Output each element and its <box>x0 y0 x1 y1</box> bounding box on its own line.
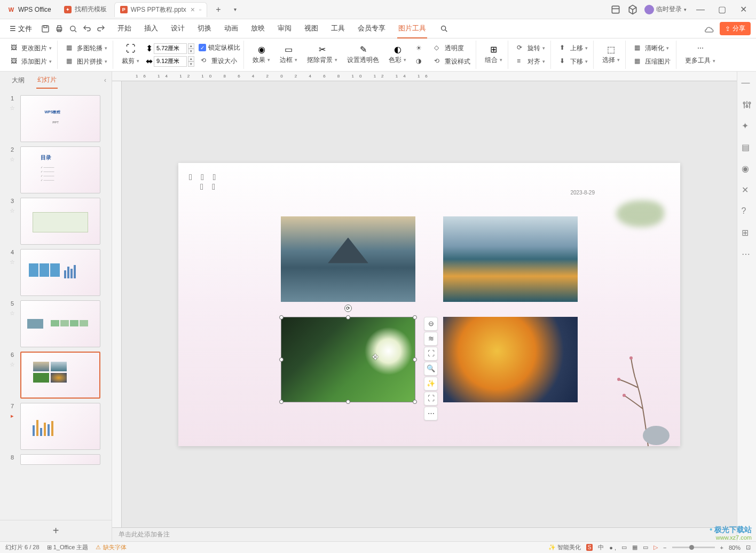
status-icon-1[interactable]: 中 <box>598 543 604 551</box>
view-sorter-icon[interactable]: ▦ <box>632 544 637 551</box>
search-icon[interactable] <box>438 19 451 38</box>
star-icon[interactable]: ☆ <box>10 259 15 266</box>
compress-button[interactable]: ▦压缩图片 <box>632 56 673 67</box>
picture-maple[interactable] <box>443 317 578 402</box>
group-button[interactable]: 组合▾ <box>483 54 505 66</box>
width-up[interactable]: ▴ <box>188 56 194 61</box>
zoom-out-button[interactable]: − <box>663 544 666 551</box>
resize-handle-s[interactable] <box>346 400 350 404</box>
collapse-panel-icon[interactable]: ‹ <box>104 76 106 84</box>
ime-icon[interactable]: S <box>586 544 593 551</box>
float-layers-button[interactable]: ≋ <box>424 332 438 346</box>
tab-design[interactable]: 设计 <box>170 19 186 38</box>
select-button[interactable]: 选择▾ <box>600 54 622 66</box>
tab-member[interactable]: 会员专享 <box>357 19 387 38</box>
maximize-button[interactable]: ▢ <box>714 2 729 17</box>
fit-button[interactable]: ⊡ <box>746 544 751 551</box>
theme-indicator[interactable]: ⊞ 1_Office 主题 <box>47 543 89 551</box>
minimize-button[interactable]: — <box>693 2 708 17</box>
slide-thumbnail-6[interactable] <box>20 352 100 399</box>
tab-slideshow[interactable]: 放映 <box>250 19 266 38</box>
missing-font-warning[interactable]: ⚠ 缺失字体 <box>96 543 126 551</box>
panel-icon[interactable] <box>610 4 621 15</box>
undo-icon[interactable] <box>82 24 92 34</box>
tab-dropdown[interactable]: ▾ <box>230 6 241 12</box>
slide-thumbnail-2[interactable]: 目录✓ ————✓ ————✓ ————✓ ———— <box>20 146 100 193</box>
effects-button[interactable]: 效果▾ <box>250 54 272 66</box>
view-reading-icon[interactable]: ▭ <box>643 544 648 551</box>
resize-handle-se[interactable] <box>413 400 417 404</box>
sidebar-settings-icon[interactable] <box>742 99 752 110</box>
star-icon[interactable]: ☆ <box>10 207 15 214</box>
float-more-button[interactable]: ⋯ <box>424 407 438 420</box>
slide-thumbnail-7[interactable] <box>20 403 100 450</box>
zoom-level[interactable]: 80% <box>729 544 741 551</box>
star-icon[interactable]: ☆ <box>10 310 15 317</box>
anim-icon[interactable]: ▸ <box>11 412 14 419</box>
zoom-slider[interactable] <box>672 547 715 548</box>
bring-forward-button[interactable]: ⬆上移▾ <box>557 43 590 54</box>
float-zoom-button[interactable]: 🔍 <box>424 362 438 376</box>
tab-menu-icon[interactable]: ▫ <box>199 6 201 13</box>
document-tab[interactable]: P WPS PPT教程.pptx × ▫ <box>114 2 207 17</box>
slide-thumbnail-8[interactable] <box>20 454 100 465</box>
status-icon-2[interactable]: ● , <box>609 544 616 551</box>
save-icon[interactable] <box>41 24 50 34</box>
canvas-scroll[interactable]: 𓅯 𓅮 𓅯 𓅮 𓅯 2023-8-29 ✥ ⟳ <box>122 81 737 527</box>
contrast-button[interactable]: ◑ <box>414 56 427 67</box>
float-rotate-button[interactable]: ⊖ <box>424 317 438 331</box>
tab-tools[interactable]: 工具 <box>330 19 346 38</box>
effects-icon[interactable]: ◉ <box>258 44 265 54</box>
color-button[interactable]: 色彩▾ <box>387 54 408 66</box>
resize-handle-ne[interactable] <box>413 315 417 320</box>
preview-icon[interactable] <box>68 24 78 34</box>
color-icon[interactable]: ◐ <box>394 44 401 54</box>
select-icon[interactable]: ⬚ <box>607 44 615 54</box>
tab-transition[interactable]: 切换 <box>196 19 212 38</box>
hd-button[interactable]: ▦清晰化▾ <box>632 43 673 54</box>
multi-outline-button[interactable]: ▦多图轮播▾ <box>64 43 109 54</box>
rotation-handle[interactable]: ⟳ <box>344 305 352 312</box>
height-field[interactable] <box>154 43 187 54</box>
print-icon[interactable] <box>54 24 64 34</box>
close-button[interactable]: ✕ <box>736 2 751 17</box>
user-login[interactable]: 临时登录 ▾ <box>644 5 687 14</box>
float-magic-button[interactable]: ✨ <box>424 377 438 391</box>
sidebar-more-icon[interactable]: ⋯ <box>742 249 752 260</box>
transparency-button[interactable]: ◇透明度 <box>432 43 472 54</box>
vertical-scrollbar[interactable] <box>730 87 736 511</box>
tab-view[interactable]: 视图 <box>303 19 319 38</box>
send-backward-button[interactable]: ⬇下移▾ <box>557 56 590 67</box>
resize-handle-nw[interactable] <box>279 315 284 320</box>
more-icon[interactable]: ⋯ <box>683 43 718 53</box>
width-field[interactable] <box>154 56 187 67</box>
brightness-button[interactable]: ☀ <box>414 43 427 54</box>
sidebar-collapse-icon[interactable]: — <box>742 78 752 89</box>
redo-icon[interactable] <box>96 24 106 34</box>
star-icon[interactable]: ☆ <box>10 105 15 112</box>
star-icon[interactable]: ☆ <box>10 361 15 368</box>
smart-beautify-button[interactable]: ✨ 智能美化 <box>548 543 581 551</box>
reset-size-button[interactable]: ⟲重设大小 <box>199 56 240 67</box>
outline-tab[interactable]: 大纲 <box>11 73 26 88</box>
slides-tab[interactable]: 幻灯片 <box>36 72 58 89</box>
crop-icon[interactable]: ⛶ <box>126 43 136 54</box>
lock-ratio-checkbox[interactable]: ✓ 锁定纵横比 <box>199 43 240 52</box>
tab-picture-tools[interactable]: 图片工具 <box>397 19 427 38</box>
border-icon[interactable]: ▭ <box>285 44 293 54</box>
height-input[interactable]: ⬍ ▴▾ <box>146 43 194 54</box>
template-tab[interactable]: ✦ 找稻壳模板 <box>59 2 112 17</box>
slide-thumbnail-3[interactable] <box>20 198 100 245</box>
crop-button[interactable]: 裁剪▾ <box>120 56 141 67</box>
tab-home[interactable]: 开始 <box>116 19 132 38</box>
sidebar-addon-icon[interactable]: ⊞ <box>742 228 752 238</box>
set-transparent-button[interactable]: 设置透明色 <box>345 54 381 66</box>
resize-handle-n[interactable] <box>346 315 350 320</box>
sidebar-tools-icon[interactable]: ✕ <box>742 185 752 196</box>
width-down[interactable]: ▾ <box>188 61 194 67</box>
transparent-color-icon[interactable]: ✎ <box>360 44 367 54</box>
add-slide-button[interactable]: + <box>0 520 112 541</box>
picture-mountain[interactable] <box>281 216 415 302</box>
app-tab[interactable]: W WPS Office <box>2 2 57 17</box>
sidebar-help-icon[interactable]: ? <box>742 206 752 217</box>
